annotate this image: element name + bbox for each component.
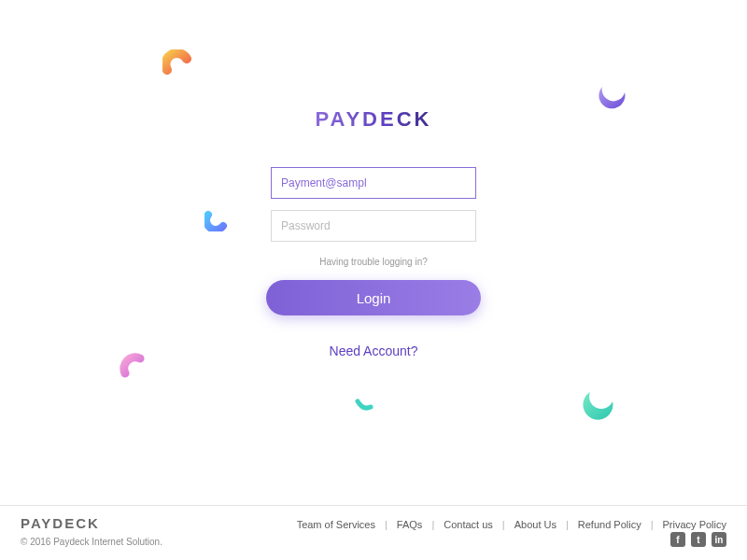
login-panel: PAYDECK Having trouble logging in? Login… xyxy=(224,107,523,358)
separator: | xyxy=(385,519,388,530)
password-field[interactable] xyxy=(271,210,476,242)
brand-logo: PAYDECK xyxy=(316,107,432,132)
footer-link-team-of-services[interactable]: Team of Services xyxy=(297,519,375,530)
login-button[interactable]: Login xyxy=(266,280,481,315)
separator: | xyxy=(502,519,505,530)
footer-link-refund-policy[interactable]: Refund Policy xyxy=(578,519,641,530)
footer-left: PAYDECK © 2016 Paydeck Internet Solution… xyxy=(21,515,162,547)
decor-shape-crescent-purple xyxy=(597,79,632,111)
separator: | xyxy=(431,519,434,530)
footer-link-faqs[interactable]: FAQs xyxy=(397,519,423,530)
footer-logo: PAYDECK xyxy=(21,515,162,531)
email-field[interactable] xyxy=(271,167,476,199)
footer-links: Team of Services| FAQs| Contact us| Abou… xyxy=(297,519,726,530)
decor-shape-crescent-teal xyxy=(581,386,620,424)
footer-link-contact-us[interactable]: Contact us xyxy=(444,519,493,530)
footer: PAYDECK © 2016 Paydeck Internet Solution… xyxy=(0,505,747,560)
linkedin-icon[interactable]: in xyxy=(712,532,726,547)
decor-shape-arc-orange xyxy=(162,49,194,77)
separator: | xyxy=(651,519,654,530)
footer-social: f t in xyxy=(670,532,726,547)
twitter-icon[interactable]: t xyxy=(691,532,706,547)
need-account-link[interactable]: Need Account? xyxy=(330,343,418,358)
decor-shape-chip-teal xyxy=(354,398,374,416)
login-page: PAYDECK Having trouble logging in? Login… xyxy=(0,0,747,560)
facebook-icon[interactable]: f xyxy=(670,532,685,547)
footer-link-privacy-policy[interactable]: Privacy Policy xyxy=(663,519,726,530)
trouble-logging-in-link[interactable]: Having trouble logging in? xyxy=(319,257,428,267)
footer-link-about-us[interactable]: About Us xyxy=(514,519,557,530)
decor-shape-arc-pink xyxy=(120,353,148,381)
footer-copyright: © 2016 Paydeck Internet Solution. xyxy=(21,537,162,547)
separator: | xyxy=(566,519,569,530)
